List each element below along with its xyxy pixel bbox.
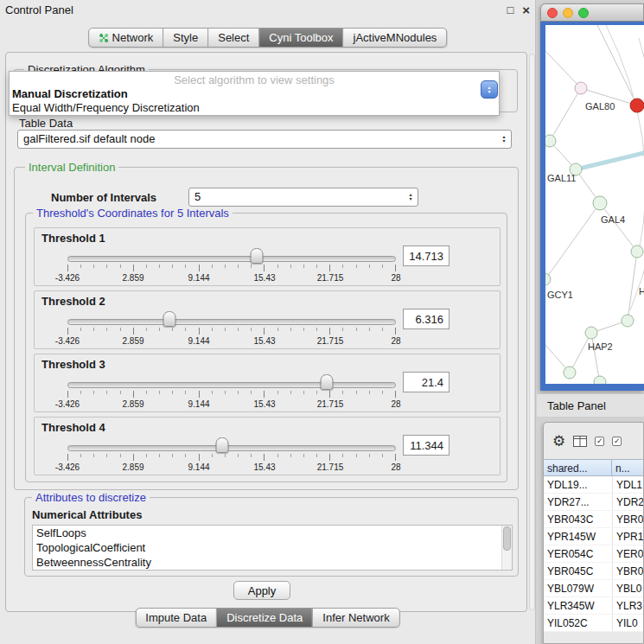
table-panel-window: ⚙ ✓ ✓ shared... n... YDL19...YDL1 YDR27.… xyxy=(543,422,644,644)
tab-network[interactable]: Network xyxy=(89,29,163,47)
list-item[interactable]: SelfLoops xyxy=(33,526,512,540)
slider-ticks xyxy=(67,454,396,461)
node-label-partial: H xyxy=(639,286,644,296)
thresholds-group: Threshold's Coordinates for 5 Intervals … xyxy=(25,213,507,482)
node-label-gal4: GAL4 xyxy=(601,214,625,225)
threshold-slider[interactable]: -3.426 2.859 9.144 15.43 21.715 28 xyxy=(67,373,396,411)
tab-jactivemodules[interactable]: jActiveMNodules xyxy=(343,29,447,47)
number-of-intervals-combo[interactable]: 5 ▴▾ xyxy=(188,188,418,207)
slider-track[interactable] xyxy=(67,256,396,262)
close-icon[interactable]: × xyxy=(522,3,530,17)
popup-option-equal-width[interactable]: Equal Width/Frequency Discretization xyxy=(10,100,499,114)
threshold-label: Threshold 3 xyxy=(41,358,105,371)
list-item[interactable]: BetweennessCentrality xyxy=(33,555,512,570)
select-checkbox-icon[interactable]: ✓ xyxy=(595,437,604,446)
slider-ticks xyxy=(67,391,396,398)
slider-track[interactable] xyxy=(67,319,396,325)
columns-icon[interactable] xyxy=(573,436,587,447)
node-label-gal11: GAL11 xyxy=(547,173,576,183)
table-row[interactable]: YBL079WYBL0 xyxy=(544,580,643,597)
table-row[interactable]: YIL052CYIL0 xyxy=(544,615,643,632)
tab-infer-network[interactable]: Infer Network xyxy=(312,609,399,627)
table-panel-title: Table Panel xyxy=(547,399,606,412)
tab-label: Select xyxy=(218,31,249,44)
minimize-traffic-light[interactable] xyxy=(563,8,573,18)
scrollbar-thumb[interactable] xyxy=(503,526,511,551)
tab-select[interactable]: Select xyxy=(207,29,258,47)
combo-stepper-icon: ▴▾ xyxy=(497,135,511,143)
list-item[interactable]: TopologicalCoefficient xyxy=(33,540,512,555)
panel-title: Control Panel xyxy=(5,3,73,16)
numerical-attributes-list[interactable]: SelfLoops TopologicalCoefficient Between… xyxy=(32,525,513,571)
float-panel-icon[interactable]: □ xyxy=(507,3,513,16)
slider-tick-labels: -3.426 2.859 9.144 15.43 21.715 28 xyxy=(67,462,396,473)
network-window-titlebar[interactable] xyxy=(540,3,644,22)
combo-selected-value: 5 xyxy=(189,188,404,206)
threshold-slider[interactable]: -3.426 2.859 9.144 15.43 21.715 28 xyxy=(67,247,396,285)
threshold-value-field[interactable]: 6.316 xyxy=(403,309,450,329)
slider-thumb[interactable] xyxy=(321,374,334,390)
node-label-gcy1: GCY1 xyxy=(547,290,573,300)
combo-selected-value: galFiltered.sif default node xyxy=(18,131,497,148)
network-canvas[interactable]: GAL80 GAL11 GAL4 GCY1 HAP2 H xyxy=(545,25,644,384)
table-row[interactable]: YLR345WYLR3 xyxy=(544,597,643,615)
network-node xyxy=(575,82,587,94)
table-row[interactable]: YDR27...YDR2 xyxy=(544,494,643,511)
apply-button[interactable]: Apply xyxy=(233,581,290,600)
zoom-traffic-light[interactable] xyxy=(578,8,589,18)
threshold-label: Threshold 4 xyxy=(41,421,105,434)
slider-thumb[interactable] xyxy=(215,437,228,453)
network-node xyxy=(545,135,556,147)
panel-scrollbar[interactable] xyxy=(529,54,535,610)
tab-style[interactable]: Style xyxy=(163,29,207,47)
threshold-value-field[interactable]: 21.4 xyxy=(403,372,450,392)
threshold-slider[interactable]: -3.426 2.859 9.144 15.43 21.715 28 xyxy=(67,437,396,475)
threshold-panel-3: Threshold 3 -3.426 2.859 9.144 15.43 21.… xyxy=(34,354,501,412)
table-row[interactable]: YBR045CYBR0 xyxy=(544,563,643,580)
selected-red-node xyxy=(630,99,644,112)
tab-label: Style xyxy=(173,31,198,44)
tab-discretize-data[interactable]: Discretize Data xyxy=(216,609,312,627)
tab-label: Impute Data xyxy=(145,611,207,624)
tab-impute-data[interactable]: Impute Data xyxy=(136,609,216,627)
tab-label: Cyni Toolbox xyxy=(269,31,333,44)
select-checkbox-icon[interactable]: ✓ xyxy=(612,437,622,446)
slider-tick-labels: -3.426 2.859 9.144 15.43 21.715 28 xyxy=(67,336,396,347)
slider-tick-labels: -3.426 2.859 9.144 15.43 21.715 28 xyxy=(67,399,396,410)
node-label-hap2: HAP2 xyxy=(588,341,613,352)
network-graph xyxy=(545,25,644,384)
threshold-panel-2: Threshold 2 -3.426 2.859 9.144 15.43 21.… xyxy=(34,290,501,349)
tab-label: Discretize Data xyxy=(226,611,303,624)
control-panel-titlebar: Control Panel □ × xyxy=(0,0,535,19)
slider-thumb[interactable] xyxy=(163,311,175,327)
threshold-value-field[interactable]: 11.344 xyxy=(403,435,450,456)
group-title: Attributes to discretize xyxy=(32,491,150,504)
popup-option-manual-discretization[interactable]: Manual Discretization xyxy=(10,86,499,100)
group-title: Threshold's Coordinates for 5 Intervals xyxy=(33,207,233,220)
settings-gear-icon[interactable]: ⚙ xyxy=(552,434,565,449)
list-scrollbar[interactable] xyxy=(501,526,512,570)
slider-track[interactable] xyxy=(67,445,396,451)
popup-placeholder: Select algorithm to view settings xyxy=(10,72,499,86)
column-header-shared[interactable]: shared... xyxy=(544,460,612,475)
threshold-value-field[interactable]: 14.713 xyxy=(403,245,450,266)
table-row[interactable]: YBR043CYBR0 xyxy=(544,511,643,528)
network-view-frame: GAL80 GAL11 GAL4 GCY1 HAP2 H xyxy=(540,22,644,391)
column-header-name[interactable]: n... xyxy=(612,460,643,475)
screenshot-root: Control Panel □ × Network Style Select xyxy=(0,0,644,644)
table-row[interactable]: YER054CYER0 xyxy=(544,545,643,563)
slider-track[interactable] xyxy=(67,382,396,388)
threshold-panel-4: Threshold 4 -3.426 2.859 9.144 15.43 21.… xyxy=(34,417,501,475)
interval-definition-group: Interval Definition Number of Intervals … xyxy=(14,167,519,490)
table-row[interactable]: YPR145WYPR1 xyxy=(544,528,643,545)
threshold-panel-1: Threshold 1 -3.426 2.859 9.144 15.43 21.… xyxy=(34,227,501,286)
node-label-gal80: GAL80 xyxy=(585,101,615,112)
threshold-slider[interactable]: -3.426 2.859 9.144 15.43 21.715 28 xyxy=(67,310,396,348)
table-data-combo[interactable]: galFiltered.sif default node ▴▾ xyxy=(17,130,512,149)
thick-edge xyxy=(576,153,644,169)
algorithm-combo-stepper[interactable]: ▴ ▾ xyxy=(481,80,498,99)
close-traffic-light[interactable] xyxy=(547,8,558,18)
table-row[interactable]: YDL19...YDL1 xyxy=(544,476,643,494)
slider-thumb[interactable] xyxy=(251,248,264,264)
tab-cyni-toolbox[interactable]: Cyni Toolbox xyxy=(258,29,342,47)
